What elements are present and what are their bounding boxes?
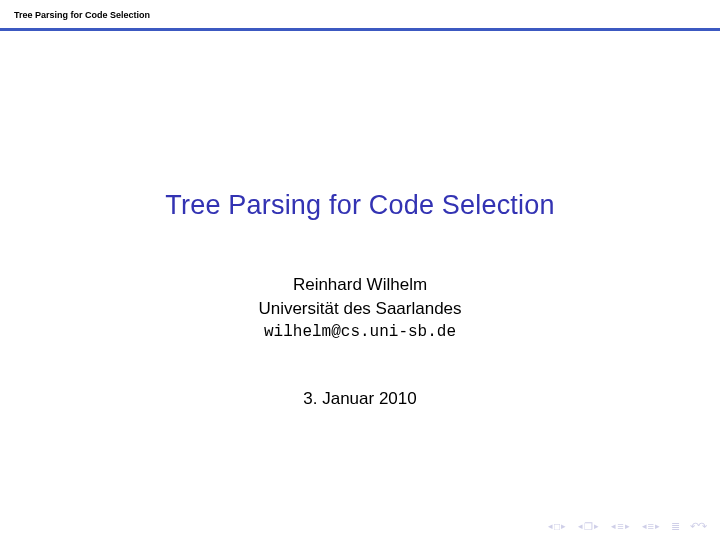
nav-subframe-group[interactable]: ◂ ❐ ▸ xyxy=(577,522,600,532)
slide-date: 3. Januar 2010 xyxy=(303,389,416,409)
slide-title: Tree Parsing for Code Selection xyxy=(165,190,554,221)
beamer-nav-footer: ◂ □ ▸ ◂ ❐ ▸ ◂ ≡ ▸ ◂ ≡ ▸ ≣ ↶↷ xyxy=(547,520,706,533)
nav-next-icon: ▸ xyxy=(654,522,661,531)
nav-next-icon: ▸ xyxy=(560,522,567,531)
slide-content: Tree Parsing for Code Selection Reinhard… xyxy=(0,0,720,541)
author-name: Reinhard Wilhelm xyxy=(258,273,461,297)
nav-prev-icon: ◂ xyxy=(610,522,617,531)
nav-backforward-icon[interactable]: ↶↷ xyxy=(690,520,706,533)
nav-subframe-icon: ❐ xyxy=(584,522,593,532)
author-block: Reinhard Wilhelm Universität des Saarlan… xyxy=(258,273,461,343)
author-email: wilhelm@cs.uni-sb.de xyxy=(258,321,461,343)
nav-next-icon: ▸ xyxy=(593,522,600,531)
nav-section-group[interactable]: ◂ ≡ ▸ xyxy=(610,521,630,532)
author-affiliation: Universität des Saarlandes xyxy=(258,297,461,321)
nav-frame-group[interactable]: ◂ □ ▸ xyxy=(547,522,567,532)
nav-prev-icon: ◂ xyxy=(641,522,648,531)
nav-subsection-group[interactable]: ◂ ≡ ▸ xyxy=(641,521,661,532)
nav-appendix-icon[interactable]: ≣ xyxy=(671,521,680,532)
nav-prev-icon: ◂ xyxy=(547,522,554,531)
nav-next-icon: ▸ xyxy=(624,522,631,531)
nav-prev-icon: ◂ xyxy=(577,522,584,531)
